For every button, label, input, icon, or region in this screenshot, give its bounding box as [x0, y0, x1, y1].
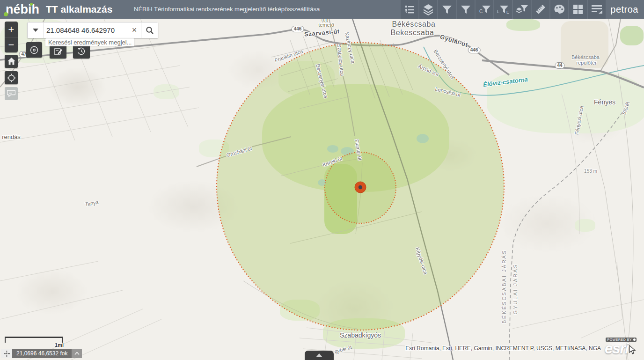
scale-bar: 1mi: [5, 337, 63, 343]
map-canvas[interactable]: (új)temetőSzarvasi-útKazinczy utcaSzabol…: [0, 19, 644, 360]
locate-icon: [7, 73, 16, 82]
nebih-logo: nébih: [6, 0, 39, 19]
search-icon: [146, 26, 154, 35]
svg-text:E: E: [506, 10, 509, 15]
measure-icon[interactable]: [532, 0, 549, 19]
home-icon: [7, 58, 15, 65]
legend-icon[interactable]: [401, 0, 418, 19]
coordinate-tracking-button[interactable]: [1, 349, 12, 358]
application-window: nébih TT alkalmazás NÉBIH Térinformatika…: [0, 0, 644, 360]
search-button[interactable]: [141, 22, 158, 38]
location-marker[interactable]: [355, 182, 366, 193]
svg-text:C: C: [479, 9, 483, 14]
coordinate-expand-button[interactable]: [72, 349, 82, 358]
search-bar: ×: [27, 22, 158, 38]
locate-button[interactable]: [5, 71, 18, 84]
search-input[interactable]: [44, 22, 128, 38]
attribute-table-toggle[interactable]: [305, 351, 334, 360]
zoom-in-button[interactable]: +: [5, 22, 18, 37]
filter-icon[interactable]: [438, 0, 456, 19]
expand-table-icon: [316, 353, 322, 357]
search-results-tooltip: Keresési eredmények megjel...: [45, 38, 134, 46]
logo-text: nébih: [6, 2, 39, 16]
coordinate-widget: 21,0696 46,6532 fok: [1, 349, 82, 358]
filter-2-icon[interactable]: [457, 0, 475, 19]
zoom-out-button[interactable]: −: [5, 37, 18, 52]
layers-icon[interactable]: [419, 0, 437, 19]
header-bar: nébih TT alkalmazás NÉBIH Térinformatika…: [0, 0, 644, 19]
scale-label: 1mi: [55, 342, 64, 348]
logo-green-dot-i: [30, 3, 33, 6]
circle-dot-icon: [29, 45, 39, 55]
buffer-graphics-layer: [0, 19, 644, 360]
layer-filter-icon[interactable]: [513, 0, 531, 19]
chevron-up-icon: [74, 352, 80, 355]
app-subtitle: NÉBIH Térinformatikai rendszerének megje…: [134, 6, 320, 13]
filter-c-icon[interactable]: C: [476, 0, 493, 19]
logo-green-dot: [4, 12, 8, 16]
search-source-dropdown[interactable]: [28, 22, 44, 38]
zoom-control: + −: [5, 22, 18, 52]
speech-bubble-icon: [7, 90, 15, 97]
coordinate-readout: 21,0696 46,6532 fok: [12, 349, 72, 358]
basemap-gallery-icon[interactable]: [569, 0, 587, 19]
header-toolbar: C LE petroa: [400, 0, 644, 19]
buffer-tool-button[interactable]: [26, 42, 42, 58]
clear-search-button[interactable]: ×: [128, 22, 141, 38]
esri-wordmark: esri: [605, 340, 629, 357]
edit-list-icon[interactable]: [588, 0, 606, 19]
home-button[interactable]: [5, 55, 18, 68]
mouse-cursor: [629, 345, 636, 354]
draw-icon[interactable]: [550, 0, 568, 19]
crosshair-icon: [4, 351, 10, 357]
map-attribution: Esri Romania, Esri, HERE, Garmin, INCREM…: [405, 345, 601, 352]
user-label[interactable]: petroa: [610, 4, 638, 15]
edit-note-icon: [53, 47, 63, 56]
svg-text:L: L: [497, 9, 499, 14]
comment-button[interactable]: [5, 87, 18, 100]
chevron-down-icon: [33, 29, 38, 32]
app-title: TT alkalmazás: [46, 4, 112, 15]
filter-le-icon[interactable]: LE: [494, 0, 512, 19]
history-icon: [77, 47, 86, 56]
